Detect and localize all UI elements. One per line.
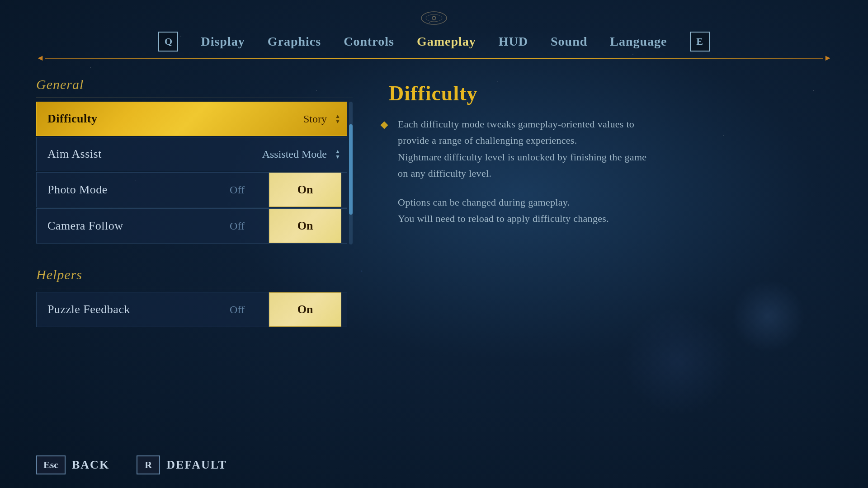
puzzle-feedback-label: Puzzle Feedback	[37, 303, 206, 316]
tab-gameplay[interactable]: Gameplay	[417, 34, 476, 49]
aim-assist-arrow-down[interactable]: ▼	[334, 155, 341, 159]
general-panel: Difficulty Story ▲ ▼ Aim Assist Assisted…	[36, 102, 353, 244]
difficulty-row[interactable]: Difficulty Story ▲ ▼	[36, 102, 347, 136]
difficulty-arrow-up[interactable]: ▲	[334, 114, 341, 118]
camera-follow-toggle[interactable]: Off On	[206, 209, 341, 243]
tab-graphics[interactable]: Graphics	[268, 34, 321, 49]
aim-assist-value: Assisted Mode	[255, 148, 334, 160]
info-text-container: Each difficulty mode tweaks gameplay-ori…	[389, 116, 814, 227]
puzzle-feedback-row[interactable]: Puzzle Feedback Off On	[36, 292, 347, 327]
aim-assist-arrow-up[interactable]: ▲	[334, 149, 341, 154]
default-label: DEFAULT	[166, 458, 227, 472]
photo-mode-row[interactable]: Photo Mode Off On	[36, 172, 347, 207]
scroll-bar[interactable]	[349, 102, 353, 244]
right-panel: Difficulty Each difficulty mode tweaks g…	[371, 68, 832, 452]
svg-point-1	[426, 14, 442, 22]
helpers-divider	[36, 288, 353, 288]
default-key[interactable]: R	[137, 455, 160, 474]
tab-sound[interactable]: Sound	[551, 34, 587, 49]
helpers-section: Helpers Puzzle Feedback Off On	[36, 258, 353, 328]
scroll-thumb	[349, 124, 353, 215]
info-description-1: Each difficulty mode tweaks gameplay-ori…	[398, 116, 814, 182]
svg-point-2	[432, 16, 436, 20]
info-diamond-icon	[381, 122, 388, 129]
difficulty-label: Difficulty	[37, 112, 296, 126]
puzzle-feedback-off[interactable]: Off	[206, 292, 269, 327]
tab-hud[interactable]: HUD	[499, 34, 528, 49]
info-description-2: Options can be changed during gameplay.Y…	[398, 194, 814, 227]
info-text-2: Options can be changed during gameplay.Y…	[398, 194, 814, 227]
photo-mode-off[interactable]: Off	[206, 173, 269, 207]
helpers-header: Helpers	[36, 258, 353, 288]
back-label: BACK	[72, 458, 109, 472]
svg-point-0	[421, 12, 447, 24]
back-key[interactable]: Esc	[36, 455, 66, 474]
camera-follow-row[interactable]: Camera Follow Off On	[36, 208, 347, 244]
nav-key-left[interactable]: Q	[158, 32, 178, 52]
tab-language[interactable]: Language	[610, 34, 667, 49]
nav-key-right[interactable]: E	[690, 32, 710, 52]
photo-mode-label: Photo Mode	[37, 183, 206, 197]
info-text-1: Each difficulty mode tweaks gameplay-ori…	[398, 116, 814, 182]
nav-bar: Q Display Graphics Controls Gameplay HUD…	[0, 0, 868, 63]
bottom-controls: Esc BACK R DEFAULT	[36, 455, 227, 474]
general-settings-list: Difficulty Story ▲ ▼ Aim Assist Assisted…	[36, 102, 347, 244]
difficulty-arrow-down[interactable]: ▼	[334, 119, 341, 124]
left-panel: General Difficulty Story ▲ ▼	[36, 68, 353, 452]
puzzle-feedback-on[interactable]: On	[269, 292, 341, 327]
aim-assist-row[interactable]: Aim Assist Assisted Mode ▲ ▼	[36, 137, 347, 171]
back-control[interactable]: Esc BACK	[36, 455, 109, 474]
helpers-settings-list: Puzzle Feedback Off On	[36, 292, 347, 328]
photo-mode-on[interactable]: On	[269, 173, 341, 207]
general-section: General Difficulty Story ▲ ▼	[36, 68, 353, 244]
default-control[interactable]: R DEFAULT	[137, 455, 227, 474]
photo-mode-toggle[interactable]: Off On	[206, 173, 341, 207]
general-divider	[36, 98, 353, 98]
main-content: General Difficulty Story ▲ ▼	[36, 68, 832, 452]
helpers-panel: Puzzle Feedback Off On	[36, 292, 353, 328]
camera-follow-off[interactable]: Off	[206, 209, 269, 243]
tab-controls[interactable]: Controls	[344, 34, 394, 49]
camera-follow-label: Camera Follow	[37, 219, 206, 233]
camera-follow-on[interactable]: On	[269, 209, 341, 243]
helpers-scroll-spacer	[347, 292, 353, 328]
general-header: General	[36, 68, 353, 98]
nav-divider	[45, 58, 823, 59]
difficulty-value: Story	[296, 113, 334, 125]
info-title: Difficulty	[389, 81, 814, 105]
nav-tabs: Q Display Graphics Controls Gameplay HUD…	[0, 32, 868, 52]
logo	[418, 8, 450, 30]
difficulty-arrows[interactable]: ▲ ▼	[334, 114, 347, 124]
tab-display[interactable]: Display	[201, 34, 245, 49]
aim-assist-arrows[interactable]: ▲ ▼	[334, 149, 347, 159]
puzzle-feedback-toggle[interactable]: Off On	[206, 292, 341, 327]
aim-assist-label: Aim Assist	[37, 147, 255, 161]
